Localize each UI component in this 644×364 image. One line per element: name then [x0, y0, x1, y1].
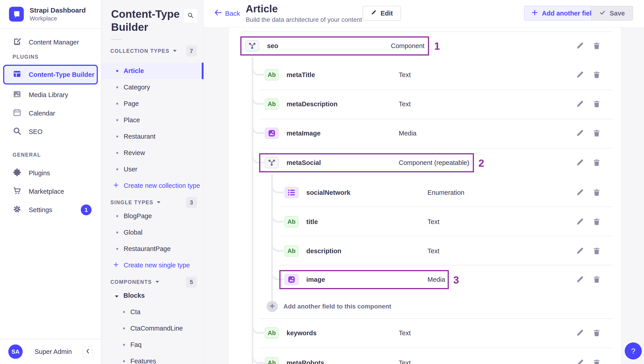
search-button[interactable] — [183, 9, 198, 23]
sidebar-item-category[interactable]: Category — [102, 79, 204, 95]
edit-field-button[interactable] — [576, 100, 584, 108]
save-label: Save — [610, 10, 625, 17]
row-divider — [260, 90, 612, 90]
media-field-icon — [265, 128, 279, 139]
bullet-icon — [123, 344, 125, 346]
edit-field-button[interactable] — [576, 71, 584, 79]
delete-field-button[interactable] — [592, 100, 601, 108]
field-row-metadescription: Ab metaDescription Text — [229, 98, 621, 110]
save-button[interactable]: Save — [591, 6, 633, 21]
delete-field-button[interactable] — [592, 71, 601, 79]
component-group-blocks[interactable]: Blocks — [102, 287, 204, 304]
settings-notification-badge: 1 — [81, 205, 92, 215]
strapi-logo-icon — [9, 7, 24, 22]
text-field-icon: Ab — [265, 327, 279, 339]
collapse-sidebar-button[interactable] — [82, 346, 93, 357]
delete-field-button[interactable] — [592, 158, 601, 167]
edit-field-button[interactable] — [576, 188, 584, 197]
nav-settings[interactable]: Settings 1 — [0, 203, 101, 217]
nav-marketplace[interactable]: Marketplace — [0, 185, 101, 198]
edit-field-button[interactable] — [576, 42, 584, 50]
sidebar-item-blogpage[interactable]: BlogPage — [102, 208, 204, 224]
field-name: description — [306, 247, 341, 255]
chevron-down-icon — [156, 280, 159, 284]
title-divider — [111, 39, 122, 40]
sidebar-item-place[interactable]: Place — [102, 112, 204, 128]
delete-field-button[interactable] — [592, 129, 601, 137]
help-button[interactable]: ? — [625, 342, 642, 359]
edit-field-button[interactable] — [576, 275, 584, 284]
item-label: Place — [124, 116, 140, 124]
row-divider — [279, 236, 612, 236]
edit-field-button[interactable] — [576, 329, 584, 337]
delete-field-button[interactable] — [592, 329, 601, 337]
add-field-label: Add another field — [542, 10, 595, 17]
single-types-header[interactable]: SINGLE TYPES 3 — [102, 197, 204, 208]
sidebar-item-global[interactable]: Global — [102, 224, 204, 241]
delete-field-button[interactable] — [592, 275, 601, 284]
delete-field-button[interactable] — [592, 42, 601, 50]
back-link[interactable]: Back — [214, 10, 240, 17]
add-component-field-label[interactable]: Add another field to this component — [284, 303, 391, 310]
chevron-down-icon — [173, 49, 176, 53]
layout-icon — [12, 69, 22, 80]
arrow-left-icon — [214, 10, 222, 17]
edit-field-button[interactable] — [576, 218, 584, 226]
delete-field-button[interactable] — [592, 358, 601, 364]
item-label: Cta — [130, 308, 140, 316]
sidebar-item-restaurantpage[interactable]: RestaurantPage — [102, 241, 204, 257]
chevron-down-icon — [115, 292, 124, 299]
workspace-switcher[interactable]: Strapi Dashboard Workplace — [0, 0, 101, 29]
nav-item-label: Marketplace — [29, 188, 64, 195]
enumeration-field-icon — [284, 187, 298, 198]
item-label: BlogPage — [124, 212, 152, 220]
sidebar-item-review[interactable]: Review — [102, 145, 204, 161]
nav-seo[interactable]: SEO — [0, 125, 101, 138]
sidebar-item-restaurant[interactable]: Restaurant — [102, 128, 204, 145]
sidebar-item-user[interactable]: User — [102, 161, 204, 177]
sidebar-item-article[interactable]: Article — [102, 63, 204, 79]
sidebar-item-cta[interactable]: Cta — [102, 304, 204, 320]
nav-calendar[interactable]: Calendar — [0, 106, 101, 120]
create-collection-type-link[interactable]: Create new collection type — [102, 177, 204, 194]
bullet-icon — [116, 215, 118, 217]
text-field-icon: Ab — [284, 216, 298, 227]
edit-field-button[interactable] — [576, 358, 584, 364]
create-single-type-link[interactable]: Create new single type — [102, 257, 204, 273]
delete-field-button[interactable] — [592, 188, 601, 197]
sidebar-item-faq[interactable]: Faq — [102, 337, 204, 353]
page-subtitle: Build the data architecture of your cont… — [246, 16, 362, 23]
add-component-field-button[interactable] — [266, 301, 278, 312]
field-row-socialnetwork: socialNetwork Enumeration — [229, 187, 621, 198]
edit-button[interactable]: Edit — [362, 6, 401, 21]
field-type: Media — [399, 130, 416, 137]
main-sidebar: Strapi Dashboard Workplace Content Manag… — [0, 0, 102, 364]
single-count-badge: 3 — [186, 197, 197, 208]
collection-types-header[interactable]: COLLECTION TYPES 7 — [102, 46, 204, 56]
nav-media-library[interactable]: Media Library — [0, 88, 101, 102]
field-name: metaImage — [286, 130, 321, 137]
field-name: title — [306, 218, 318, 226]
user-avatar[interactable]: SA — [8, 344, 23, 359]
field-type: Text — [399, 71, 411, 79]
bullet-icon — [116, 248, 118, 250]
search-icon — [187, 12, 194, 20]
field-name: metaTitle — [286, 71, 315, 79]
image-icon — [12, 90, 22, 100]
nav-content-type-builder[interactable]: Content-Type Builder — [3, 65, 98, 84]
delete-field-button[interactable] — [592, 218, 601, 226]
field-type: Enumeration — [428, 189, 464, 196]
components-header[interactable]: COMPONENTS 5 — [102, 277, 204, 287]
main-nav: Content Manager PLUGINS Content-Type Bui… — [0, 29, 101, 217]
edit-field-button[interactable] — [576, 247, 584, 255]
sidebar-item-features[interactable]: Features — [102, 353, 204, 364]
chevron-down-icon — [157, 201, 160, 205]
sidebar-item-page[interactable]: Page — [102, 95, 204, 112]
edit-field-button[interactable] — [576, 158, 584, 167]
annotation-number-2: 2 — [478, 157, 484, 169]
delete-field-button[interactable] — [592, 247, 601, 255]
nav-content-manager[interactable]: Content Manager — [0, 36, 101, 49]
edit-field-button[interactable] — [576, 129, 584, 137]
nav-plugins[interactable]: Plugins — [0, 166, 101, 180]
sidebar-item-ctacommandline[interactable]: CtaCommandLine — [102, 320, 204, 337]
